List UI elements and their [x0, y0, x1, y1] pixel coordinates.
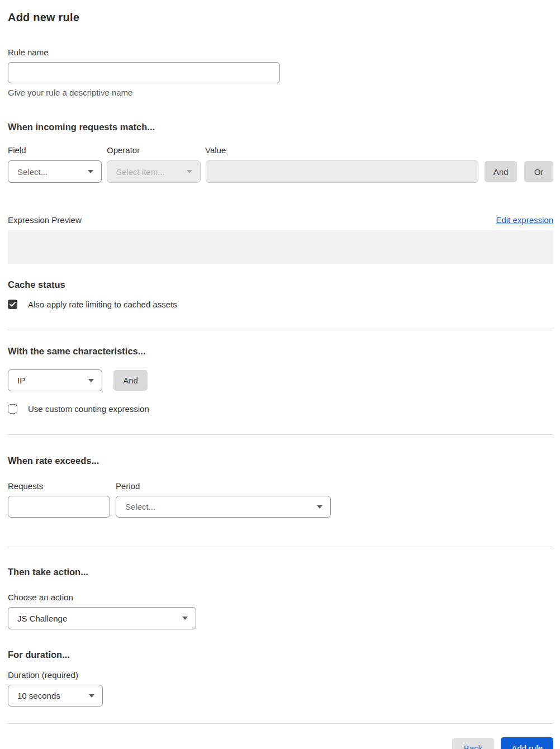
operator-select: Select item...	[107, 160, 201, 183]
chevron-down-icon	[89, 694, 94, 698]
action-select-value: JS Challenge	[17, 614, 67, 623]
edit-expression-link[interactable]: Edit expression	[496, 215, 553, 225]
rule-name-input[interactable]	[8, 62, 280, 83]
cached-assets-checkbox[interactable]	[8, 300, 17, 309]
field-select[interactable]: Select...	[8, 160, 102, 183]
period-label: Period	[116, 481, 140, 491]
check-icon	[10, 302, 16, 307]
section-divider	[8, 434, 553, 435]
chevron-down-icon	[317, 505, 322, 509]
chevron-down-icon	[88, 170, 93, 173]
duration-heading: For duration...	[8, 650, 553, 660]
requests-input[interactable]	[8, 496, 110, 518]
cached-assets-checkbox-label: Also apply rate limiting to cached asset…	[28, 300, 177, 309]
requests-label: Requests	[8, 481, 116, 491]
rule-name-label: Rule name	[8, 48, 553, 57]
period-select[interactable]: Select...	[116, 496, 331, 518]
choose-action-label: Choose an action	[8, 592, 553, 602]
operator-label: Operator	[107, 145, 205, 155]
match-section-heading: When incoming requests match...	[8, 122, 553, 132]
action-heading: Then take action...	[8, 567, 553, 577]
back-button[interactable]: Back	[452, 738, 494, 749]
cache-status-heading: Cache status	[8, 279, 553, 290]
custom-counting-checkbox-label: Use custom counting expression	[28, 404, 149, 414]
rate-heading: When rate exceeds...	[8, 456, 553, 466]
expression-preview-label: Expression Preview	[8, 215, 82, 225]
characteristic-select-value: IP	[17, 376, 25, 385]
action-select[interactable]: JS Challenge	[8, 607, 196, 629]
chevron-down-icon	[182, 617, 188, 620]
characteristic-select[interactable]: IP	[8, 369, 102, 391]
and-button[interactable]: And	[485, 161, 517, 182]
chevron-down-icon	[88, 379, 94, 382]
chevron-down-icon	[187, 170, 192, 173]
operator-select-value: Select item...	[116, 167, 165, 177]
duration-label: Duration (required)	[8, 670, 553, 680]
value-label: Value	[205, 145, 226, 155]
expression-preview-box	[8, 230, 553, 264]
value-input	[206, 160, 478, 183]
add-rule-form: Add new rule Rule name Give your rule a …	[0, 0, 560, 749]
period-select-value: Select...	[125, 502, 155, 511]
footer-divider	[8, 723, 553, 724]
duration-select[interactable]: 10 seconds	[8, 685, 103, 707]
characteristics-heading: With the same characteristics...	[8, 346, 553, 357]
duration-select-value: 10 seconds	[17, 691, 60, 700]
add-characteristic-and-button[interactable]: And	[113, 370, 148, 391]
page-title: Add new rule	[8, 11, 553, 24]
section-divider	[8, 330, 553, 330]
section-divider	[8, 547, 553, 547]
field-select-value: Select...	[17, 167, 48, 177]
custom-counting-checkbox[interactable]	[8, 404, 17, 414]
add-rule-button[interactable]: Add rule	[501, 737, 553, 749]
or-button[interactable]: Or	[524, 161, 553, 182]
rule-name-helper: Give your rule a descriptive name	[8, 88, 553, 97]
field-label: Field	[8, 145, 107, 155]
